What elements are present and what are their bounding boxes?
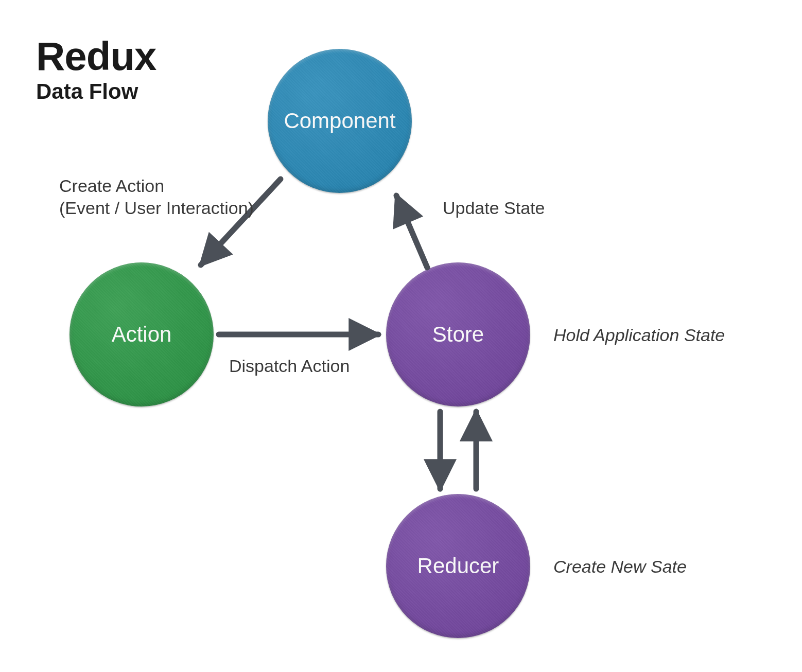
node-store: Store xyxy=(386,262,530,406)
annotation-store: Hold Application State xyxy=(553,324,725,346)
node-component-label: Component xyxy=(284,109,395,133)
arrow-store-to-component xyxy=(396,196,427,268)
node-store-label: Store xyxy=(432,322,484,347)
title-block: Redux Data Flow xyxy=(36,36,156,104)
annotation-reducer: Create New Sate xyxy=(553,556,687,578)
page-title: Redux xyxy=(36,36,156,76)
node-component: Component xyxy=(268,49,412,193)
label-update-state: Update State xyxy=(443,197,545,219)
node-action: Action xyxy=(69,262,214,406)
label-create-action: Create Action (Event / User Interaction) xyxy=(59,175,254,219)
node-action-label: Action xyxy=(112,322,172,347)
label-create-action-line2: (Event / User Interaction) xyxy=(59,197,254,219)
node-reducer: Reducer xyxy=(386,494,530,638)
page-subtitle: Data Flow xyxy=(36,79,156,104)
node-reducer-label: Reducer xyxy=(417,554,499,578)
label-dispatch-action: Dispatch Action xyxy=(229,355,350,377)
label-create-action-line1: Create Action xyxy=(59,175,254,197)
